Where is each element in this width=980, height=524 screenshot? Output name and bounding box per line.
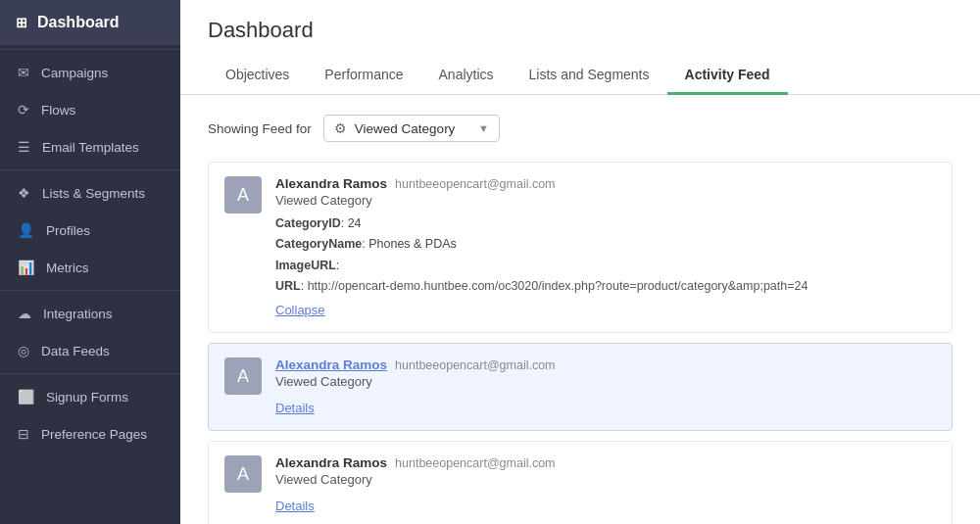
sidebar-item-label: Profiles [46,223,90,238]
sidebar-header-label: Dashboard [37,14,120,31]
main-content: Dashboard Objectives Performance Analyti… [180,0,980,524]
sidebar-header[interactable]: ⊞ Dashboard [0,0,180,45]
sidebar-divider-3 [0,290,180,291]
metrics-icon: 📊 [18,260,34,275]
sidebar-item-label: Signup Forms [46,390,128,405]
card-header: A Alexandra Ramos huntbeeopencart@gmail.… [224,455,936,514]
sidebar-item-metrics[interactable]: 📊 Metrics [0,249,180,286]
data-feeds-icon: ◎ [18,343,29,358]
detail-key-categoryid: CategoryID [275,216,341,230]
card-action: Viewed Category [275,193,936,208]
sidebar-item-label: Flows [41,103,75,118]
content-area: Showing Feed for ⚙ Viewed Category ▼ A A… [180,95,980,524]
sidebar-item-label: Campaigns [41,66,108,80]
sidebar-item-integrations[interactable]: ☁ Integrations [0,295,180,332]
tab-activity-feed[interactable]: Activity Feed [667,57,788,95]
profiles-icon: 👤 [18,222,34,238]
integrations-icon: ☁ [18,306,31,321]
sidebar-item-preference-pages[interactable]: ⊟ Preference Pages [0,415,180,453]
page-title-bar: Dashboard [180,0,980,57]
card-detail-row: CategoryID: 24 CategoryName: Phones & PD… [275,214,936,297]
card-header: A Alexandra Ramos huntbeeopencart@gmail.… [224,176,936,318]
tabs-bar: Objectives Performance Analytics Lists a… [180,57,980,95]
lists-segments-icon: ❖ [18,185,30,201]
detail-val-categoryname: Phones & PDAs [368,237,457,251]
sidebar-divider-4 [0,373,180,374]
filter-icon: ⚙ [334,120,347,136]
card-name-row: Alexandra Ramos huntbeeopencart@gmail.co… [275,357,936,372]
card-header: A Alexandra Ramos huntbeeopencart@gmail.… [224,357,936,416]
sidebar-item-flows[interactable]: ⟳ Flows [0,91,180,128]
sidebar-item-label: Lists & Segments [42,186,145,201]
detail-key-url: URL [275,279,301,293]
details-link[interactable]: Details [275,499,315,513]
filter-arrow-icon: ▼ [478,122,489,134]
details-link[interactable]: Details [275,401,315,415]
card-email: huntbeeopencart@gmail.com [395,177,555,191]
sidebar-item-signup-forms[interactable]: ⬜ Signup Forms [0,378,180,415]
card-action: Viewed Category [275,374,936,389]
sidebar-item-email-templates[interactable]: ☰ Email Templates [0,128,180,166]
filter-label: Showing Feed for [208,121,312,136]
sidebar-divider-2 [0,169,180,170]
card-body: Alexandra Ramos huntbeeopencart@gmail.co… [275,176,936,318]
card-body: Alexandra Ramos huntbeeopencart@gmail.co… [275,455,936,514]
card-action: Viewed Category [275,472,936,487]
tab-analytics[interactable]: Analytics [421,57,512,95]
page-title: Dashboard [208,18,953,43]
detail-val-url: http://opencart-demo.huntbee.com/oc3020/… [308,279,808,293]
sidebar-item-label: Integrations [43,307,113,321]
sidebar-item-campaigns[interactable]: ✉ Campaigns [0,54,180,91]
activity-card: A Alexandra Ramos huntbeeopencart@gmail.… [208,441,953,524]
card-email: huntbeeopencart@gmail.com [395,456,555,470]
sidebar-item-profiles[interactable]: 👤 Profiles [0,212,180,249]
sidebar-divider-1 [0,49,180,50]
sidebar-item-label: Preference Pages [41,427,147,442]
collapse-link[interactable]: Collapse [275,303,325,317]
filter-selected-value: Viewed Category [355,121,470,136]
filter-select[interactable]: ⚙ Viewed Category ▼ [323,115,500,142]
tab-objectives[interactable]: Objectives [208,57,307,95]
sidebar-item-label: Email Templates [42,140,139,155]
sidebar: ⊞ Dashboard ✉ Campaigns ⟳ Flows ☰ Email … [0,0,180,524]
card-name: Alexandra Ramos [275,176,387,191]
sidebar-item-lists-segments[interactable]: ❖ Lists & Segments [0,174,180,212]
sidebar-item-label: Data Feeds [41,344,110,358]
filter-bar: Showing Feed for ⚙ Viewed Category ▼ [208,115,953,142]
card-name-row: Alexandra Ramos huntbeeopencart@gmail.co… [275,455,936,470]
avatar: A [224,455,262,493]
sidebar-item-label: Metrics [46,261,89,275]
dashboard-icon: ⊞ [16,15,27,30]
tab-performance[interactable]: Performance [307,57,420,95]
preference-pages-icon: ⊟ [18,426,29,442]
tab-lists-segments[interactable]: Lists and Segments [512,57,667,95]
sidebar-item-data-feeds[interactable]: ◎ Data Feeds [0,332,180,369]
avatar: A [224,176,262,214]
card-name-link[interactable]: Alexandra Ramos [275,357,387,372]
card-email: huntbeeopencart@gmail.com [395,358,555,372]
detail-val-categoryid: 24 [348,216,362,230]
card-body: Alexandra Ramos huntbeeopencart@gmail.co… [275,357,936,416]
avatar: A [224,357,262,395]
signup-forms-icon: ⬜ [18,389,34,405]
email-templates-icon: ☰ [18,139,30,155]
detail-key-imageurl: ImageURL [275,259,336,272]
campaigns-icon: ✉ [18,65,29,80]
activity-card: A Alexandra Ramos huntbeeopencart@gmail.… [208,162,953,333]
flows-icon: ⟳ [18,102,29,118]
card-name-row: Alexandra Ramos huntbeeopencart@gmail.co… [275,176,936,191]
card-name: Alexandra Ramos [275,455,387,470]
detail-key-categoryname: CategoryName [275,237,362,251]
activity-card: A Alexandra Ramos huntbeeopencart@gmail.… [208,343,953,431]
